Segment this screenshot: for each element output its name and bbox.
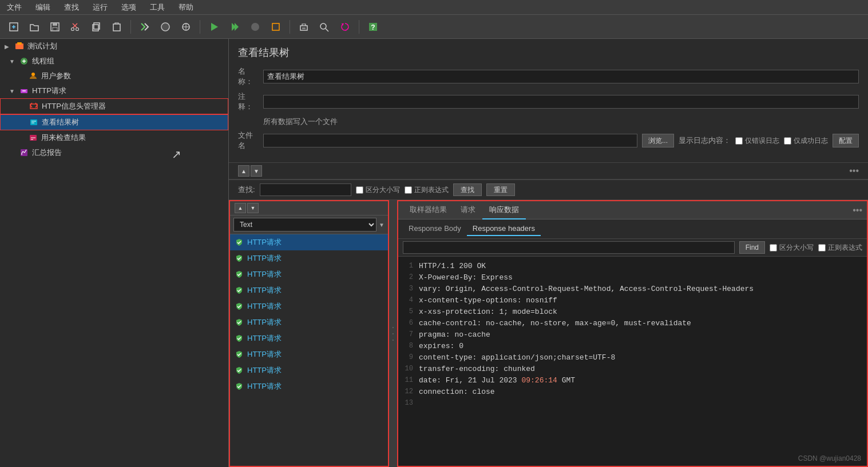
tab-sampler-result[interactable]: 取样器结果 (403, 201, 454, 219)
reset-button[interactable]: 重置 (486, 183, 515, 196)
main-layout: ▶ 测试计划 ▼ 线程组 用户参数 ▼ (0, 39, 868, 467)
response-case-label[interactable]: 区分大小写 (770, 243, 814, 253)
toolbar-collapse-btn[interactable] (156, 18, 175, 36)
menu-options[interactable]: 选项 (119, 1, 138, 14)
case-sensitive-label[interactable]: 区分大小写 (356, 185, 400, 195)
toolbar-shutdown-btn[interactable] (267, 18, 285, 36)
case-sensitive-checkbox[interactable] (356, 186, 363, 194)
toolbar-start-no-pause-btn[interactable] (225, 18, 244, 36)
result-item-6[interactable]: HTTP请求 (230, 330, 388, 346)
line-content-4: x-content-type-options: nosniff (419, 296, 867, 305)
svg-rect-28 (30, 119, 37, 125)
line-num-4: 4 (398, 296, 419, 304)
tree-item-user-params[interactable]: 用户参数 (0, 69, 228, 83)
tree-item-summary-report[interactable]: 汇总报告 (0, 145, 228, 160)
tree-item-view-results[interactable]: 查看结果树 (0, 114, 228, 130)
success-log-checkbox-label[interactable]: 仅成功日志 (784, 136, 828, 146)
tree-item-label: 用来检查结果 (41, 133, 86, 143)
result-item-0[interactable]: HTTP请求 (230, 234, 388, 250)
result-arrow-down[interactable]: ▼ (247, 203, 259, 213)
menu-run[interactable]: 运行 (90, 1, 110, 14)
sub-tab-response-headers[interactable]: Response headers (467, 222, 541, 236)
line-content-6: cache-control: no-cache, no-store, max-a… (419, 319, 867, 328)
result-format-dropdown[interactable]: Text (233, 218, 376, 231)
regex-label[interactable]: 正则表达式 (405, 185, 449, 195)
arrow-up-btn[interactable]: ▲ (238, 165, 249, 177)
response-find-input[interactable] (403, 241, 735, 254)
result-item-4[interactable]: HTTP请求 (230, 298, 388, 314)
toolbar-new-btn[interactable] (5, 18, 23, 36)
error-log-label: 仅错误日志 (745, 136, 779, 146)
toolbar-reset-btn[interactable] (336, 18, 354, 36)
menu-tools[interactable]: 工具 (148, 1, 167, 14)
line-content-10: transfer-encoding: chunked (419, 365, 867, 373)
toolbar-remote-btn[interactable] (177, 18, 195, 36)
error-log-checkbox[interactable] (735, 137, 743, 145)
tree-item-thread-group[interactable]: ▼ 线程组 (0, 54, 228, 69)
toolbar-stop-btn[interactable] (246, 18, 264, 36)
tree-item-label: 线程组 (32, 56, 54, 66)
svg-marker-12 (211, 23, 218, 31)
shield-icon (235, 302, 244, 311)
splitter[interactable]: • • • (389, 200, 397, 467)
tab-more-btn[interactable]: ••• (853, 205, 862, 215)
result-item-9[interactable]: HTTP请求 (230, 378, 388, 394)
toolbar-expand-btn[interactable] (136, 18, 154, 36)
success-log-checkbox[interactable] (784, 137, 791, 145)
browse-button[interactable]: 浏览... (642, 134, 674, 147)
form-section: 查看结果树 名称： 注释： 所有数据写入一个文件 文件名 浏览... 显示日志内… (229, 39, 868, 163)
menu-help[interactable]: 帮助 (176, 1, 196, 14)
result-item-1[interactable]: HTTP请求 (230, 250, 388, 266)
toolbar-cut-btn[interactable] (66, 18, 85, 36)
menu-file[interactable]: 文件 (5, 1, 24, 14)
toolbar-browse-btn[interactable] (315, 18, 334, 36)
comment-input[interactable] (263, 95, 859, 109)
line-num-10: 10 (398, 365, 419, 373)
result-item-8[interactable]: HTTP请求 (230, 362, 388, 378)
code-line-12: 12 connection: close (398, 387, 867, 398)
name-input[interactable] (263, 70, 859, 83)
find-input[interactable] (260, 183, 351, 196)
result-item-2[interactable]: HTTP请求 (230, 266, 388, 282)
result-arrow-up[interactable]: ▲ (235, 203, 246, 213)
menu-edit[interactable]: 编辑 (33, 1, 53, 14)
result-item-3[interactable]: HTTP请求 (230, 282, 388, 298)
toolbar-copy-btn[interactable] (87, 18, 105, 36)
tab-response-data[interactable]: 响应数据 (482, 201, 526, 219)
response-case-text: 区分大小写 (779, 243, 814, 253)
result-item-7[interactable]: HTTP请求 (230, 346, 388, 362)
toolbar-start-btn[interactable] (205, 18, 223, 36)
view-results-icon (29, 118, 38, 127)
toolbar-clear-btn[interactable] (295, 18, 313, 36)
tree-item-http-request[interactable]: ▼ HTTP请求 (0, 83, 228, 98)
tab-request[interactable]: 请求 (454, 201, 482, 219)
code-area: 1 HTTP/1.1 200 OK 2 X-Powered-By: Expres… (398, 257, 867, 466)
code-line-8: 8 expires: 0 (398, 341, 867, 353)
menu-find[interactable]: 查找 (62, 1, 81, 14)
response-case-checkbox[interactable] (770, 244, 777, 252)
file-input[interactable] (263, 134, 637, 147)
response-regex-label[interactable]: 正则表达式 (818, 243, 862, 253)
arrow-down-btn[interactable]: ▼ (251, 165, 262, 177)
regex-checkbox[interactable] (405, 186, 412, 194)
toolbar-help-btn[interactable]: ? (364, 18, 382, 36)
svg-point-4 (72, 27, 74, 30)
response-find-btn[interactable]: Find (739, 241, 765, 254)
config-button[interactable]: 配置 (833, 134, 859, 147)
more-options-btn[interactable]: ••• (849, 166, 859, 176)
toolbar-paste-btn[interactable] (108, 18, 126, 36)
tree-item-header-manager[interactable]: HTTP信息头管理器 (0, 98, 228, 114)
tree-item-test-plan[interactable]: ▶ 测试计划 (0, 39, 228, 54)
result-item-5[interactable]: HTTP请求 (230, 314, 388, 330)
line-num-11: 11 (398, 376, 419, 384)
sub-tab-response-body[interactable]: Response Body (403, 222, 467, 236)
tree-item-check-results[interactable]: 用来检查结果 (0, 130, 228, 145)
watermark: CSDN @wujian0428 (798, 454, 861, 462)
find-button[interactable]: 查找 (453, 183, 482, 196)
response-regex-checkbox[interactable] (818, 244, 826, 252)
shield-icon (235, 334, 244, 343)
error-log-checkbox-label[interactable]: 仅错误日志 (735, 136, 779, 146)
toolbar-save-btn[interactable] (46, 18, 64, 36)
code-line-13: 13 (398, 398, 867, 410)
toolbar-open-btn[interactable] (25, 18, 43, 36)
